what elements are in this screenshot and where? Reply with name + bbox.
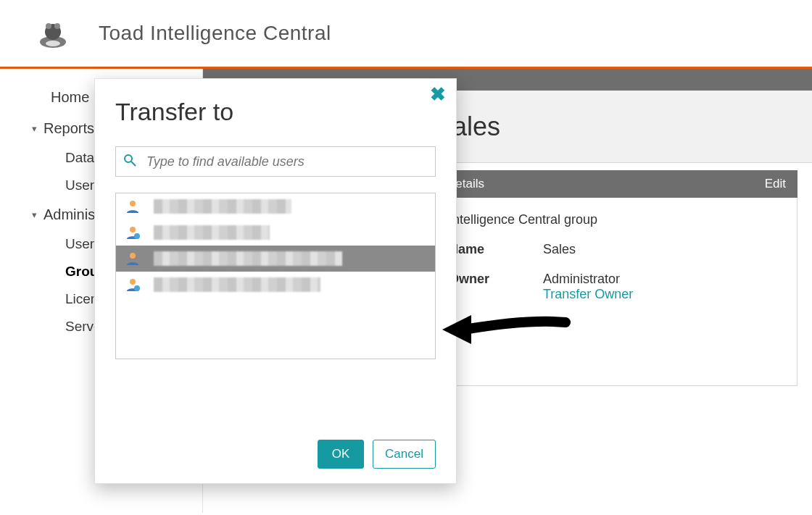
dialog-title: Transfer to [115,98,436,126]
chevron-down-icon: ▾ [29,209,39,220]
svg-line-6 [131,162,136,166]
toad-logo [36,17,70,49]
svg-point-4 [46,41,60,46]
group-type-text: Intelligence Central group [449,212,784,227]
svg-point-12 [134,285,140,291]
nav-reports-label: Reports [44,120,94,137]
user-icon [125,225,141,240]
transfer-owner-link[interactable]: Transfer Owner [543,287,633,302]
ok-button[interactable]: OK [318,440,364,469]
details-header: Details Edit [435,170,798,198]
user-icon [125,277,141,293]
name-label: Name [449,242,543,257]
user-row[interactable] [116,193,435,219]
redacted-user-name [154,277,320,292]
svg-point-3 [54,23,60,29]
search-input[interactable] [145,154,428,170]
svg-point-5 [125,155,132,162]
cancel-button[interactable]: Cancel [373,440,436,469]
topbar: Toad Intelligence Central [0,0,812,69]
redacted-user-name [154,251,342,266]
name-value: Sales [543,242,576,257]
svg-point-8 [130,227,136,233]
chevron-down-icon: ▾ [29,123,39,134]
user-icon [125,251,141,267]
search-icon [123,154,136,170]
svg-point-9 [134,233,140,239]
user-row[interactable] [116,219,435,246]
edit-link[interactable]: Edit [765,177,786,191]
redacted-user-name [154,225,270,240]
owner-label: Owner [449,272,543,302]
owner-value: Administrator [543,272,633,287]
svg-point-11 [130,279,136,285]
app-title: Toad Intelligence Central [99,22,331,45]
svg-point-10 [130,253,136,259]
dialog-buttons: OK Cancel [318,440,436,469]
search-box[interactable] [115,146,436,177]
close-icon[interactable]: ✖ [427,83,449,105]
user-row[interactable] [116,246,435,272]
user-list [115,193,436,359]
details-body: Intelligence Central group Name Sales Ow… [435,198,798,386]
user-row[interactable] [116,272,435,298]
svg-point-2 [46,23,51,29]
user-icon [125,198,141,214]
svg-point-7 [130,201,136,206]
transfer-to-dialog: ✖ Transfer to [94,78,457,484]
redacted-user-name [154,199,291,214]
